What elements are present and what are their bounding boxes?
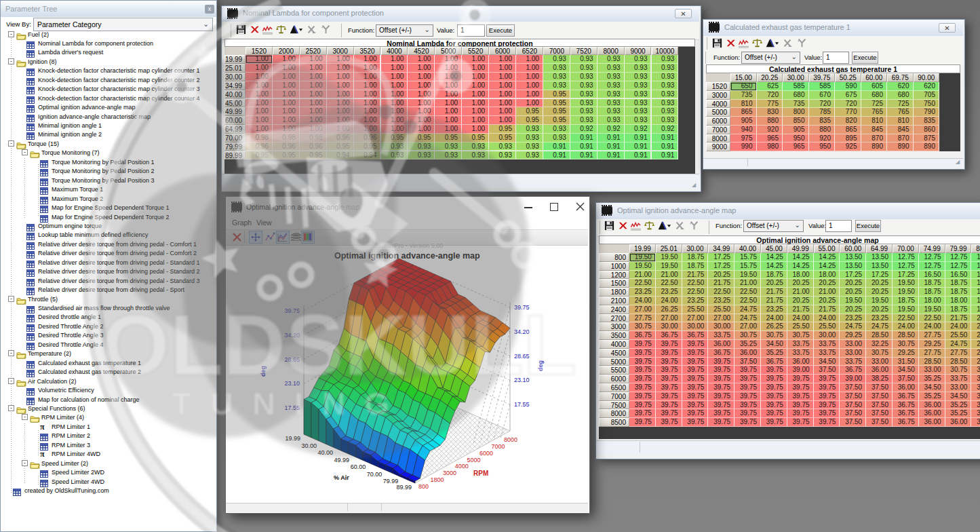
svg-text:70.00: 70.00 bbox=[367, 471, 383, 478]
svg-text:23.10: 23.10 bbox=[284, 380, 300, 387]
svg-text:49.99: 49.99 bbox=[334, 457, 350, 463]
svg-text:% Air: % Air bbox=[334, 474, 349, 481]
svg-text:39.75: 39.75 bbox=[284, 307, 300, 314]
svg-text:deg: deg bbox=[260, 366, 267, 377]
svg-text:19.99: 19.99 bbox=[285, 435, 300, 442]
svg-text:7000: 7000 bbox=[492, 443, 505, 450]
svg-text:5000: 5000 bbox=[467, 457, 480, 463]
svg-text:1800: 1800 bbox=[431, 476, 444, 483]
svg-text:3000: 3000 bbox=[443, 470, 456, 476]
svg-text:4000: 4000 bbox=[455, 463, 469, 470]
svg-text:34.20: 34.20 bbox=[514, 328, 530, 335]
svg-text:17.55: 17.55 bbox=[284, 404, 300, 411]
svg-text:30.00: 30.00 bbox=[301, 442, 317, 449]
svg-text:8000: 8000 bbox=[504, 436, 517, 443]
svg-text:34.20: 34.20 bbox=[284, 332, 300, 339]
svg-text:40.00: 40.00 bbox=[318, 449, 334, 456]
svg-text:39.75: 39.75 bbox=[514, 304, 530, 311]
svg-text:28.65: 28.65 bbox=[514, 353, 530, 360]
svg-text:17.55: 17.55 bbox=[514, 401, 530, 408]
svg-text:6000: 6000 bbox=[479, 450, 493, 457]
svg-text:89.99: 89.99 bbox=[396, 484, 412, 491]
svg-text:28.65: 28.65 bbox=[284, 356, 300, 363]
svg-text:23.10: 23.10 bbox=[514, 377, 530, 383]
svg-text:deg: deg bbox=[537, 360, 544, 371]
svg-text:800: 800 bbox=[418, 483, 429, 490]
svg-text:60.00: 60.00 bbox=[351, 463, 366, 470]
svg-text:RPM: RPM bbox=[473, 470, 488, 477]
